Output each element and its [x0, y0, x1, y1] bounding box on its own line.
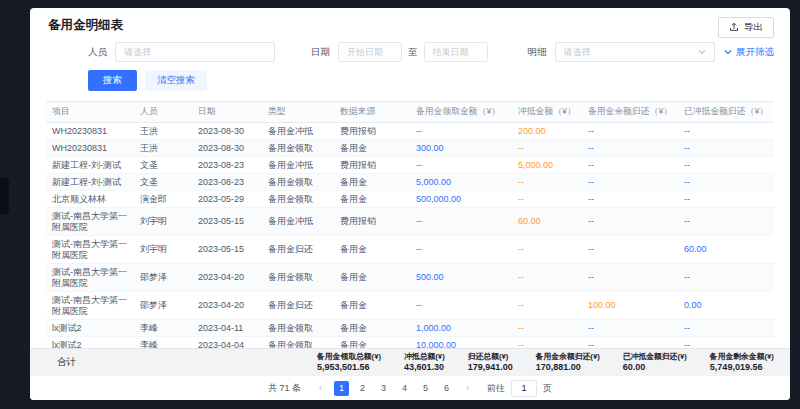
data-table: 项目 人员 日期 类型 数据来源 备用金领取金额（¥） 冲抵金额（¥） 备用金余… — [46, 101, 774, 348]
page-button-3[interactable]: 3 — [376, 381, 391, 396]
table-cell: 备用金 — [334, 174, 410, 191]
date-range-separator: 至 — [408, 46, 418, 59]
drawer-toggle[interactable] — [0, 178, 9, 214]
page-button-5[interactable]: 5 — [418, 381, 433, 396]
column-header-offset-return: 已冲抵金额归还（¥） — [678, 102, 774, 123]
amount-cell: -- — [678, 191, 774, 208]
table-cell: 李峰 — [134, 337, 192, 349]
amount-cell: -- — [512, 264, 582, 292]
amount-cell: 500,000.00 — [410, 191, 512, 208]
chevron-down-icon — [698, 47, 706, 58]
table-cell: 备用金 — [334, 320, 410, 337]
table-cell: 王洪 — [134, 140, 192, 157]
page-title: 备用金明细表 — [48, 17, 123, 34]
amount-cell: -- — [582, 191, 678, 208]
expand-filter-link[interactable]: 展开筛选 — [724, 46, 774, 59]
date-end-input[interactable] — [424, 42, 488, 62]
table-cell: 刘宇明 — [134, 236, 192, 264]
page-button-4[interactable]: 4 — [397, 381, 412, 396]
person-filter-label: 人员 — [88, 46, 107, 59]
amount-cell: 5,000.00 — [410, 174, 512, 191]
table-row: 测试-南昌大学第一附属医院刘宇明2023-05-15备用金归还备用金------… — [46, 236, 774, 264]
amount-cell: -- — [512, 174, 582, 191]
summary-stat-offset-total: 冲抵总额(¥) 43,601.30 — [404, 353, 445, 372]
action-bar: 搜索 清空搜索 — [88, 70, 774, 92]
table-cell: 测试-南昌大学第一附属医院 — [46, 236, 134, 264]
table-cell: 备用金归还 — [262, 236, 334, 264]
export-icon — [729, 22, 739, 34]
table-cell: 2023-05-29 — [192, 191, 262, 208]
amount-cell: -- — [582, 264, 678, 292]
table-cell: 2023-08-30 — [192, 123, 262, 140]
table-cell: 备用金冲抵 — [262, 157, 334, 174]
amount-cell: -- — [512, 320, 582, 337]
amount-cell: -- — [678, 123, 774, 140]
table-cell: WH20230831 — [46, 123, 134, 140]
amount-cell: 0.00 — [678, 292, 774, 320]
amount-cell: 5,000.00 — [512, 157, 582, 174]
table-cell: 2023-04-04 — [192, 337, 262, 349]
table-cell: 新建工程-刘-测试 — [46, 174, 134, 191]
date-start-input[interactable] — [338, 42, 402, 62]
amount-cell: -- — [512, 337, 582, 349]
table-cell: 2023-04-20 — [192, 292, 262, 320]
detail-select[interactable]: 请选择 — [555, 42, 715, 62]
table-cell: 邵梦泽 — [134, 292, 192, 320]
table-cell: 费用报销 — [334, 208, 410, 236]
table-cell: lx测试2 — [46, 337, 134, 349]
filter-bar: 人员 日期 至 明细 请选择 展开筛选 — [88, 41, 774, 63]
clear-search-button[interactable]: 清空搜索 — [145, 70, 207, 91]
table-cell: 备用金领取 — [262, 140, 334, 157]
column-header-source: 数据来源 — [334, 102, 410, 123]
amount-cell: -- — [512, 140, 582, 157]
date-filter-label: 日期 — [311, 46, 330, 59]
column-header-person: 人员 — [134, 102, 192, 123]
amount-cell: 300.00 — [410, 140, 512, 157]
table-cell: 演金郎 — [134, 191, 192, 208]
amount-cell: -- — [512, 292, 582, 320]
prev-page-button[interactable]: ‹ — [313, 381, 328, 396]
export-button[interactable]: 导出 — [718, 17, 774, 38]
column-header-offset: 冲抵金额（¥） — [512, 102, 582, 123]
search-button[interactable]: 搜索 — [88, 70, 137, 91]
summary-stat-return-total: 归还总额(¥) 179,941.00 — [468, 353, 513, 372]
table-cell: 文圣 — [134, 157, 192, 174]
detail-select-placeholder: 请选择 — [564, 46, 591, 59]
amount-cell: -- — [678, 140, 774, 157]
table-cell: 备用金 — [334, 191, 410, 208]
table-body: WH20230831王洪2023-08-30备用金冲抵费用报销--200.00-… — [46, 123, 774, 349]
person-select[interactable] — [115, 42, 275, 62]
table-cell: WH20230831 — [46, 140, 134, 157]
expand-filter-label: 展开筛选 — [736, 46, 774, 59]
column-header-received: 备用金领取金额（¥） — [410, 102, 512, 123]
page-button-6[interactable]: 6 — [439, 381, 454, 396]
goto-page-input[interactable] — [511, 380, 537, 397]
amount-cell: -- — [678, 157, 774, 174]
table-cell: 备用金领取 — [262, 174, 334, 191]
column-header-balance-return: 备用金余额归还（¥） — [582, 102, 678, 123]
amount-cell: -- — [410, 208, 512, 236]
table-cell: 备用金领取 — [262, 264, 334, 292]
pagination: 共 71 条 ‹ 1 2 3 4 5 6 › 前往 页 — [30, 376, 790, 400]
column-header-date: 日期 — [192, 102, 262, 123]
amount-cell: -- — [582, 320, 678, 337]
card-header: 备用金明细表 导出 — [30, 8, 790, 38]
page-button-1[interactable]: 1 — [334, 381, 349, 396]
table-cell: 备用金领取 — [262, 337, 334, 349]
page-button-2[interactable]: 2 — [355, 381, 370, 396]
table-row: 新建工程-刘-测试文圣2023-08-23备用金冲抵费用报销--5,000.00… — [46, 157, 774, 174]
table-header-row: 项目 人员 日期 类型 数据来源 备用金领取金额（¥） 冲抵金额（¥） 备用金余… — [46, 102, 774, 123]
amount-cell: -- — [410, 123, 512, 140]
table-cell: 2023-05-15 — [192, 208, 262, 236]
amount-cell: -- — [678, 174, 774, 191]
amount-cell: 60.00 — [512, 208, 582, 236]
amount-cell: 100.00 — [582, 292, 678, 320]
summary-stat-remaining: 备用金剩余金额(¥) 5,749,019.56 — [710, 353, 774, 372]
amount-cell: 10,000.00 — [410, 337, 512, 349]
amount-cell: -- — [678, 208, 774, 236]
table-cell: 2023-08-30 — [192, 140, 262, 157]
table-cell: 备用金 — [334, 292, 410, 320]
amount-cell: -- — [582, 208, 678, 236]
next-page-button[interactable]: › — [460, 381, 475, 396]
table-cell: 备用金冲抵 — [262, 208, 334, 236]
